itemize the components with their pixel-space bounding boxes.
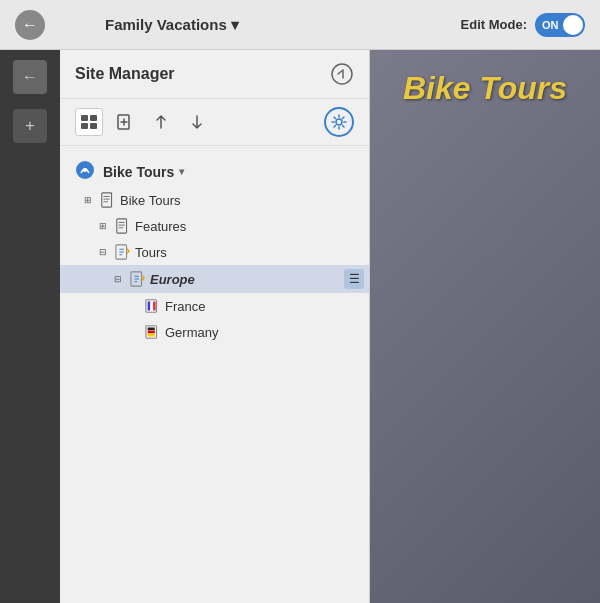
- pages-view-button[interactable]: [75, 108, 103, 136]
- sidebar-back-icon[interactable]: ←: [13, 60, 47, 94]
- content-bike-tours-title: Bike Tours: [403, 70, 567, 107]
- svg-rect-25: [148, 331, 155, 334]
- site-manager-header: Site Manager: [60, 50, 369, 99]
- tree-item-bike-tours[interactable]: ⊞ Bike Tours: [60, 187, 369, 213]
- edit-mode-toggle[interactable]: ON: [535, 13, 585, 37]
- site-name: Family Vacations: [105, 16, 227, 33]
- tree-root-label: Bike Tours ▾: [103, 164, 184, 180]
- add-page-button[interactable]: [111, 108, 139, 136]
- tree-item-label-tours: Tours: [135, 245, 167, 260]
- svg-point-8: [83, 168, 87, 172]
- top-bar: ← Family Vacations ▾ Edit Mode: ON: [0, 0, 600, 50]
- svg-rect-20: [148, 302, 151, 311]
- tree-item-label-features: Features: [135, 219, 186, 234]
- europe-context-menu-button[interactable]: ☰: [344, 269, 364, 289]
- tree-item-label-bike-tours: Bike Tours: [120, 193, 180, 208]
- close-circle-icon: [331, 63, 353, 85]
- svg-rect-21: [150, 302, 153, 311]
- site-title-area: Family Vacations ▾: [105, 16, 239, 34]
- page-icon-europe: [129, 270, 147, 288]
- svg-rect-9: [102, 193, 112, 207]
- site-manager-close-button[interactable]: [330, 62, 354, 86]
- content-area: Bike Tours Create Child Page... Create S…: [370, 50, 600, 603]
- site-title-arrow: ▾: [231, 16, 239, 34]
- expander-europe[interactable]: ⊟: [110, 271, 126, 287]
- sidebar-add-icon[interactable]: +: [13, 109, 47, 143]
- toggle-knob: [563, 15, 583, 35]
- svg-rect-26: [148, 334, 155, 337]
- page-icon-germany: [144, 323, 162, 341]
- bike-tours-root-icon: [75, 160, 95, 180]
- svg-rect-22: [153, 302, 156, 311]
- toggle-on-text: ON: [542, 19, 559, 31]
- svg-point-0: [332, 64, 352, 84]
- back-icon: ←: [22, 16, 38, 34]
- svg-point-6: [336, 119, 342, 125]
- move-up-button[interactable]: [147, 108, 175, 136]
- tree-item-label-europe: Europe: [150, 272, 195, 287]
- page-icon-bike-tours: [99, 191, 117, 209]
- tree-item-france[interactable]: ⊞ France: [60, 293, 369, 319]
- move-down-button[interactable]: [183, 108, 211, 136]
- tree-item-label-france: France: [165, 299, 205, 314]
- page-icon-tours: [114, 243, 132, 261]
- site-manager-title: Site Manager: [75, 65, 175, 83]
- tree-item-europe[interactable]: ⊟ Europe ☰: [60, 265, 369, 293]
- tree-item-germany[interactable]: ⊞ Germany: [60, 319, 369, 345]
- svg-rect-2: [90, 115, 97, 121]
- site-manager-settings-button[interactable]: [324, 107, 354, 137]
- expander-tours[interactable]: ⊟: [95, 244, 111, 260]
- expander-bike-tours[interactable]: ⊞: [80, 192, 96, 208]
- back-button[interactable]: ←: [15, 10, 45, 40]
- site-manager-panel: Site Manager: [60, 50, 370, 603]
- content-background: Bike Tours: [370, 50, 600, 603]
- left-sidebar: ← +: [0, 50, 60, 603]
- svg-rect-3: [81, 123, 88, 129]
- svg-rect-1: [81, 115, 88, 121]
- page-tree: Bike Tours ▾ ⊞ Bike Tours: [60, 146, 369, 355]
- main-layout: ← + Site Manager: [0, 50, 600, 603]
- edit-mode-area: Edit Mode: ON: [461, 13, 585, 37]
- tree-item-label-germany: Germany: [165, 325, 218, 340]
- expander-features[interactable]: ⊞: [95, 218, 111, 234]
- tree-root: Bike Tours ▾: [60, 156, 369, 187]
- settings-gear-icon: [331, 114, 347, 130]
- svg-rect-4: [90, 123, 97, 129]
- tree-item-features[interactable]: ⊞ Features: [60, 213, 369, 239]
- svg-rect-24: [148, 328, 155, 331]
- tree-item-tours[interactable]: ⊟ Tours: [60, 239, 369, 265]
- page-icon-features: [114, 217, 132, 235]
- site-manager-toolbar: [60, 99, 369, 146]
- svg-rect-13: [117, 219, 127, 233]
- page-icon-france: [144, 297, 162, 315]
- root-dropdown-arrow: ▾: [179, 166, 184, 177]
- edit-mode-label: Edit Mode:: [461, 17, 527, 32]
